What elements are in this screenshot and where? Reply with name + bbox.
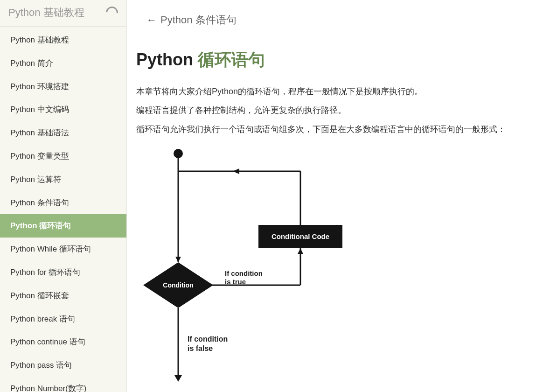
article-body: Python 循环语句 本章节将向大家介绍Python的循环语句，程序在一般情况… — [127, 35, 550, 392]
page-title: Python 循环语句 — [136, 49, 541, 70]
sidebar-item[interactable]: Python 基础教程 — [0, 28, 126, 52]
sidebar-item[interactable]: Python continue 语句 — [0, 330, 126, 354]
title-prefix: Python — [136, 50, 198, 69]
sidebar-item[interactable]: Python 基础语法 — [0, 121, 126, 145]
sidebar-item[interactable]: Python While 循环语句 — [0, 238, 126, 261]
sidebar-item[interactable]: Python 循环语句 — [0, 214, 126, 238]
paragraph-3: 循环语句允许我们执行一个语句或语句组多次，下面是在大多数编程语言中的循环语句的一… — [136, 121, 541, 137]
diagram-condition: Condition — [163, 281, 193, 289]
svg-marker-4 — [233, 168, 239, 174]
sidebar-item[interactable]: Python pass 语句 — [0, 354, 126, 377]
title-accent: 循环语句 — [198, 50, 265, 69]
moon-icon[interactable] — [104, 4, 121, 21]
sidebar-item[interactable]: Python 变量类型 — [0, 145, 126, 168]
diagram-conditional-code: Conditional Code — [272, 232, 329, 240]
arrow-left-icon: ← — [146, 14, 157, 26]
sidebar-item[interactable]: Python 简介 — [0, 52, 126, 75]
sidebar-header: Python 基础教程 — [0, 0, 126, 27]
sidebar-item[interactable]: Python break 语句 — [0, 308, 126, 331]
svg-marker-12 — [174, 375, 182, 382]
breadcrumb-prev: Python 条件语句 — [160, 13, 237, 27]
breadcrumb[interactable]: ← Python 条件语句 — [127, 0, 550, 35]
sidebar-item[interactable]: Python 循环嵌套 — [0, 284, 126, 308]
svg-point-0 — [174, 149, 183, 158]
sidebar-item[interactable]: Python 中文编码 — [0, 98, 126, 121]
loop-flowchart: Conditional Code Condition If condition … — [141, 147, 541, 386]
sidebar-item[interactable]: Python 条件语句 — [0, 191, 126, 215]
sidebar-item[interactable]: Python for 循环语句 — [0, 261, 126, 284]
diagram-if-true-2: is true — [225, 278, 246, 286]
svg-marker-2 — [175, 257, 181, 262]
diagram-if-false-2: is false — [188, 344, 213, 352]
sidebar-title: Python 基础教程 — [8, 6, 84, 20]
paragraph-1: 本章节将向大家介绍Python的循环语句，程序在一般情况下是按顺序执行的。 — [136, 84, 541, 99]
sidebar-list: Python 基础教程Python 简介Python 环境搭建Python 中文… — [0, 27, 126, 392]
sidebar: Python 基础教程 Python 基础教程Python 简介Python 环… — [0, 0, 127, 392]
main-content: ← Python 条件语句 Python 循环语句 本章节将向大家介绍Pytho… — [127, 0, 550, 392]
sidebar-item[interactable]: Python 环境搭建 — [0, 75, 126, 98]
svg-marker-9 — [298, 248, 303, 254]
paragraph-2: 编程语言提供了各种控制结构，允许更复杂的执行路径。 — [136, 102, 541, 118]
sidebar-item[interactable]: Python Number(数字) — [0, 377, 126, 392]
diagram-if-true-1: If condition — [225, 269, 263, 277]
diagram-if-false-1: If condition — [188, 335, 228, 343]
sidebar-item[interactable]: Python 运算符 — [0, 168, 126, 191]
